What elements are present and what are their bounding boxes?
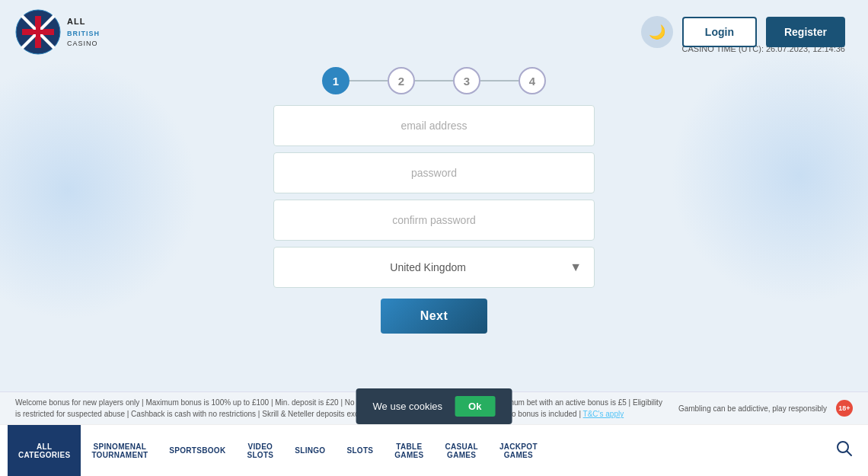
email-input[interactable]: [286, 120, 582, 132]
header: ALL BRITISH CASINO 🌙 Login Register: [0, 0, 868, 61]
search-icon[interactable]: [828, 440, 860, 461]
confirm-password-input[interactable]: [286, 214, 582, 226]
nav-jackpot-games[interactable]: JACKPOTGAMES: [489, 425, 548, 476]
nav-slots[interactable]: SLOTS: [336, 425, 384, 476]
svg-text:ALL: ALL: [67, 17, 85, 26]
nav-casual-games[interactable]: CASUALGAMES: [434, 425, 488, 476]
logo-icon: ALL BRITISH CASINO: [15, 9, 128, 55]
step-2[interactable]: 2: [388, 67, 415, 94]
confirm-password-field-container: [273, 200, 595, 241]
cookie-text: We use cookies: [373, 401, 443, 412]
nav-all-categories[interactable]: ALLCATEGORIES: [8, 425, 81, 476]
cookie-bar: We use cookies Ok: [356, 388, 512, 424]
nav-table-games[interactable]: TABLEGAMES: [384, 425, 434, 476]
step-line-3: [480, 80, 519, 81]
login-button[interactable]: Login: [682, 17, 757, 47]
register-button[interactable]: Register: [766, 17, 845, 47]
step-line-1: [349, 80, 388, 81]
promo-text: Welcome bonus for new players only | Max…: [15, 397, 663, 420]
svg-line-12: [847, 452, 852, 456]
email-field-container: [273, 105, 595, 146]
registration-form: United Kingdom ▼ Next: [0, 105, 868, 334]
next-button[interactable]: Next: [381, 299, 487, 334]
nav-spinomenal-tournament[interactable]: SPINOMENALTOURNAMENT: [81, 425, 158, 476]
age-badge: 18+: [836, 400, 853, 417]
moon-icon: 🌙: [649, 24, 665, 40]
footer-nav: ALLCATEGORIES SPINOMENALTOURNAMENT SPORT…: [0, 424, 868, 476]
tc-link[interactable]: T&C's apply: [583, 410, 624, 418]
nav-slingo[interactable]: SLINGO: [284, 425, 336, 476]
password-input[interactable]: [286, 167, 582, 179]
svg-rect-7: [22, 30, 54, 34]
nav-sportsbook[interactable]: SPORTSBOOK: [158, 425, 236, 476]
svg-text:CASINO: CASINO: [67, 40, 98, 47]
password-field-container: [273, 152, 595, 193]
logo-area: ALL BRITISH CASINO: [15, 9, 128, 55]
chevron-down-icon: ▼: [570, 260, 582, 274]
header-right: 🌙 Login Register: [641, 16, 845, 48]
cookie-ok-button[interactable]: Ok: [455, 396, 495, 417]
country-select[interactable]: United Kingdom ▼: [273, 247, 595, 288]
step-3[interactable]: 3: [453, 67, 480, 94]
nav-video-slots[interactable]: VIDEOSLOTS: [236, 425, 284, 476]
country-value: United Kingdom: [286, 261, 570, 273]
step-indicator: 1 2 3 4: [0, 67, 868, 94]
step-1[interactable]: 1: [322, 67, 349, 94]
theme-toggle-button[interactable]: 🌙: [641, 16, 673, 48]
step-line-2: [415, 80, 453, 81]
step-4[interactable]: 4: [519, 67, 546, 94]
gambling-text: Gambling can be addictive, play responsi…: [678, 400, 853, 417]
svg-text:BRITISH: BRITISH: [67, 30, 100, 37]
